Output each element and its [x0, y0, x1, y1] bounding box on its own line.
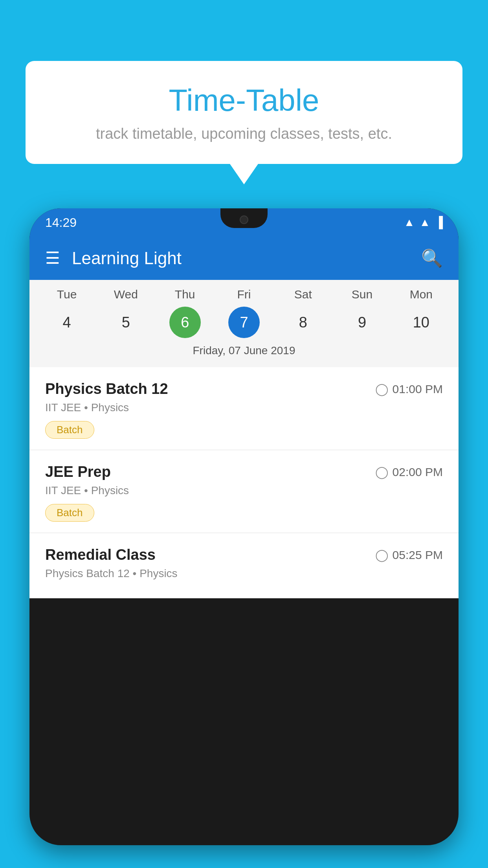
- schedule-item-2-time: ◯ 02:00 PM: [375, 465, 443, 479]
- phone-frame: 14:29 ▲ ▲ ▐ ☰ Learning Light 🔍 Tue Wed T…: [29, 208, 459, 845]
- schedule-item-3[interactable]: Remedial Class ◯ 05:25 PM Physics Batch …: [29, 533, 459, 598]
- schedule-item-3-title: Remedial Class: [45, 546, 156, 563]
- day-sun: Sun: [339, 288, 386, 301]
- date-8[interactable]: 8: [287, 307, 319, 338]
- day-fri: Fri: [220, 288, 268, 301]
- page-title: Time-Table: [49, 83, 439, 118]
- batch-badge-2: Batch: [45, 504, 94, 522]
- schedule-item-1[interactable]: Physics Batch 12 ◯ 01:00 PM IIT JEE • Ph…: [29, 367, 459, 450]
- schedule-item-2[interactable]: JEE Prep ◯ 02:00 PM IIT JEE • Physics Ba…: [29, 450, 459, 533]
- app-bar: ☰ Learning Light 🔍: [29, 237, 459, 280]
- battery-icon: ▐: [435, 216, 443, 229]
- signal-icon: ▲: [419, 216, 430, 229]
- camera-notch: [240, 215, 248, 224]
- clock-icon-3: ◯: [375, 548, 389, 562]
- schedule-item-1-title: Physics Batch 12: [45, 381, 168, 397]
- schedule-item-3-time: ◯ 05:25 PM: [375, 548, 443, 562]
- wifi-icon: ▲: [404, 216, 415, 229]
- schedule-list: Physics Batch 12 ◯ 01:00 PM IIT JEE • Ph…: [29, 367, 459, 598]
- days-numbers: 4 5 6 7 8 9 10: [29, 307, 459, 338]
- menu-icon[interactable]: ☰: [45, 250, 60, 267]
- app-bar-title: Learning Light: [72, 248, 421, 268]
- date-7-selected[interactable]: 7: [228, 307, 260, 338]
- phone-notch: [220, 208, 268, 228]
- batch-badge-1: Batch: [45, 421, 94, 439]
- schedule-item-2-title: JEE Prep: [45, 463, 111, 480]
- schedule-item-2-sub: IIT JEE • Physics: [45, 484, 443, 497]
- schedule-item-2-header: JEE Prep ◯ 02:00 PM: [45, 463, 443, 480]
- clock-icon-2: ◯: [375, 465, 389, 479]
- calendar-strip: Tue Wed Thu Fri Sat Sun Mon 4 5 6 7 8 9 …: [29, 280, 459, 367]
- day-wed: Wed: [102, 288, 149, 301]
- clock-icon-1: ◯: [375, 382, 389, 396]
- day-thu: Thu: [161, 288, 209, 301]
- date-10[interactable]: 10: [405, 307, 437, 338]
- date-4[interactable]: 4: [51, 307, 83, 338]
- schedule-item-3-sub: Physics Batch 12 • Physics: [45, 567, 443, 580]
- day-tue: Tue: [43, 288, 90, 301]
- schedule-item-3-header: Remedial Class ◯ 05:25 PM: [45, 546, 443, 563]
- status-icons: ▲ ▲ ▐: [404, 216, 443, 229]
- page-subtitle: track timetable, upcoming classes, tests…: [49, 125, 439, 142]
- date-5[interactable]: 5: [110, 307, 141, 338]
- schedule-item-1-time: ◯ 01:00 PM: [375, 382, 443, 396]
- selected-date-label: Friday, 07 June 2019: [29, 344, 459, 363]
- date-6-today[interactable]: 6: [169, 307, 201, 338]
- speech-bubble-container: Time-Table track timetable, upcoming cla…: [26, 61, 462, 164]
- schedule-item-1-sub: IIT JEE • Physics: [45, 401, 443, 414]
- day-mon: Mon: [398, 288, 445, 301]
- search-icon[interactable]: 🔍: [421, 248, 443, 268]
- phone-wrapper: 14:29 ▲ ▲ ▐ ☰ Learning Light 🔍 Tue Wed T…: [29, 208, 459, 868]
- day-sat: Sat: [279, 288, 327, 301]
- speech-bubble: Time-Table track timetable, upcoming cla…: [26, 61, 462, 164]
- date-9[interactable]: 9: [347, 307, 378, 338]
- status-time: 14:29: [45, 215, 77, 230]
- days-header: Tue Wed Thu Fri Sat Sun Mon: [29, 288, 459, 301]
- schedule-item-1-header: Physics Batch 12 ◯ 01:00 PM: [45, 381, 443, 397]
